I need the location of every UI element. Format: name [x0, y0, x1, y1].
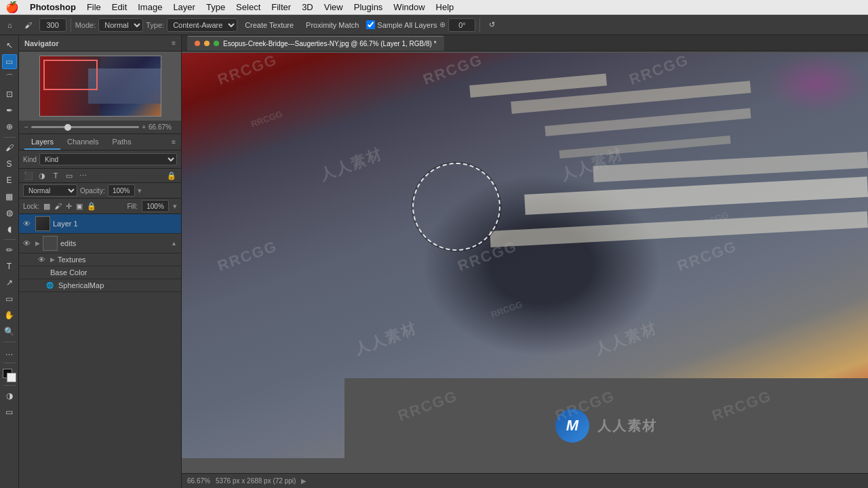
lock-image-icon[interactable]: 🖌: [54, 202, 62, 210]
tab-channels[interactable]: Channels: [60, 135, 105, 150]
create-texture-btn[interactable]: Create Texture: [240, 19, 298, 31]
filter-smart-icon[interactable]: ⋯: [77, 170, 88, 181]
menu-plugins[interactable]: Plugins: [354, 2, 383, 12]
crop-tool[interactable]: ⊡: [2, 87, 17, 102]
menu-layer[interactable]: Layer: [173, 2, 195, 12]
eraser-tool[interactable]: E: [2, 173, 17, 188]
edits-thumbnail: [43, 236, 58, 251]
fill-input[interactable]: [142, 200, 169, 212]
lock-transparent-icon[interactable]: ▩: [43, 202, 50, 211]
apple-menu[interactable]: 🍎: [5, 1, 19, 14]
tab-close-red[interactable]: [195, 41, 200, 46]
blur-tool[interactable]: ◍: [2, 205, 17, 220]
fill-arrow[interactable]: ▾: [173, 202, 177, 211]
tab-min-yellow[interactable]: [204, 41, 210, 46]
angle-input[interactable]: [448, 18, 475, 32]
zoom-out-icon[interactable]: −: [24, 123, 28, 131]
status-arrow[interactable]: ▶: [301, 477, 307, 485]
zoom-in-icon[interactable]: +: [142, 123, 146, 131]
kind-dropdown[interactable]: Kind: [39, 153, 177, 165]
blend-mode-dropdown[interactable]: Normal: [23, 184, 77, 197]
more-tools[interactable]: …: [2, 345, 17, 360]
layer-item-edits[interactable]: 👁 ▶ edits ▲: [19, 234, 181, 253]
filter-type-icon[interactable]: T: [50, 170, 61, 181]
menu-image[interactable]: Image: [138, 2, 162, 12]
clone-tool[interactable]: S: [2, 157, 17, 171]
textures-visibility[interactable]: 👁: [38, 256, 47, 264]
tool-home-btn[interactable]: ⌂: [3, 19, 17, 31]
new-layer-icon[interactable]: 🔒: [166, 170, 177, 181]
menu-edit[interactable]: Edit: [112, 2, 127, 12]
menu-photoshop[interactable]: Photoshop: [30, 2, 76, 12]
zoom-percentage: 66.67%: [149, 123, 176, 131]
tab-title: Esopus-Creek-Bridge---Saugerties-NY.jpg …: [223, 40, 437, 47]
layer-item-layer1[interactable]: 👁 Layer 1: [19, 214, 181, 234]
layer-item-textures[interactable]: 👁 ▶ Textures: [19, 253, 181, 266]
navigator-thumbnail[interactable]: [39, 56, 161, 117]
layer1-visibility[interactable]: 👁: [23, 220, 33, 228]
proximity-match-btn[interactable]: Proximity Match: [301, 19, 363, 31]
lock-artboard-icon[interactable]: ▣: [76, 202, 83, 211]
heal-tool[interactable]: ⊕: [2, 119, 17, 134]
pen-tool[interactable]: ✏: [2, 243, 17, 258]
filter-pixel-icon[interactable]: ⬛: [23, 170, 34, 181]
type-dropdown[interactable]: Content-Aware: [167, 18, 237, 32]
menu-file[interactable]: File: [87, 2, 101, 12]
marquee-rect[interactable]: ▭: [2, 54, 17, 69]
navigator-thumbnail-area: [19, 52, 181, 121]
sample-all-layers-checkbox[interactable]: [366, 20, 375, 29]
layer-item-basecolor[interactable]: Base Color: [19, 266, 181, 279]
color-boxes[interactable]: [3, 369, 16, 382]
move-tool[interactable]: ↖: [2, 38, 17, 53]
zoom-tool[interactable]: 🔍: [2, 324, 17, 339]
circular-selection[interactable]: [412, 163, 500, 251]
menu-select[interactable]: Select: [236, 2, 260, 12]
hand-tool[interactable]: ✋: [2, 308, 17, 323]
lasso-tool[interactable]: ⌒: [2, 70, 17, 85]
menu-help[interactable]: Help: [436, 2, 454, 12]
textures-expand[interactable]: ▶: [50, 256, 55, 263]
filter-shape-icon[interactable]: ▭: [64, 170, 75, 181]
menu-3d[interactable]: 3D: [302, 2, 313, 12]
refresh-btn[interactable]: ↺: [484, 18, 500, 31]
canvas-image[interactable]: RRCGG RRCGG RRCGG 人人素材 人人素材 RRCGG RRCGG …: [182, 53, 868, 458]
canvas-wrap[interactable]: RRCGG RRCGG RRCGG 人人素材 人人素材 RRCGG RRCGG …: [182, 52, 868, 473]
tab-max-green[interactable]: [214, 41, 219, 46]
menu-filter[interactable]: Filter: [271, 2, 291, 12]
opacity-arrow[interactable]: ▾: [138, 186, 142, 195]
menu-view[interactable]: View: [324, 2, 343, 12]
background-color[interactable]: [7, 373, 16, 382]
zoom-slider[interactable]: [31, 126, 139, 128]
status-zoom: 66.67%: [187, 477, 210, 485]
path-select[interactable]: ↗: [2, 275, 17, 290]
edits-expand[interactable]: ▶: [35, 240, 40, 247]
screen-mode[interactable]: ▭: [2, 405, 17, 420]
navigator-toggle[interactable]: ≡: [172, 39, 176, 47]
tool-brush-btn[interactable]: 🖌: [20, 19, 37, 31]
basecolor-name: Base Color: [50, 268, 177, 277]
mode-dropdown[interactable]: Normal: [98, 18, 143, 32]
dodge-tool[interactable]: ◖: [2, 222, 17, 237]
shape-tool[interactable]: ▭: [2, 291, 17, 306]
brush-tool[interactable]: 🖌: [2, 140, 17, 155]
brush-size-input[interactable]: [39, 18, 66, 32]
type-tool[interactable]: T: [2, 259, 17, 274]
edits-collapse[interactable]: ▲: [171, 240, 177, 247]
layers-panel-toggle[interactable]: ≡: [172, 138, 176, 146]
edits-visibility[interactable]: 👁: [23, 239, 33, 247]
eyedropper-tool[interactable]: ✒: [2, 103, 17, 118]
document-tab[interactable]: Esopus-Creek-Bridge---Saugerties-NY.jpg …: [187, 36, 444, 51]
opacity-input[interactable]: [108, 184, 135, 197]
nav-thumb-inner: [40, 56, 161, 116]
lock-position-icon[interactable]: ✛: [66, 202, 72, 211]
tab-paths[interactable]: Paths: [106, 135, 138, 150]
menu-type[interactable]: Type: [206, 2, 225, 12]
layer-item-sphericalmap[interactable]: 🌐 SphericalMap: [19, 279, 181, 292]
quick-mask[interactable]: ◑: [2, 388, 17, 403]
tab-layers[interactable]: Layers: [24, 135, 60, 150]
lock-all-icon[interactable]: 🔒: [87, 202, 96, 211]
filter-adjust-icon[interactable]: ◑: [37, 170, 47, 181]
gradient-tool[interactable]: ▦: [2, 189, 17, 204]
sample-all-layers-label[interactable]: Sample All Layers: [366, 20, 437, 29]
menu-window[interactable]: Window: [393, 2, 425, 12]
